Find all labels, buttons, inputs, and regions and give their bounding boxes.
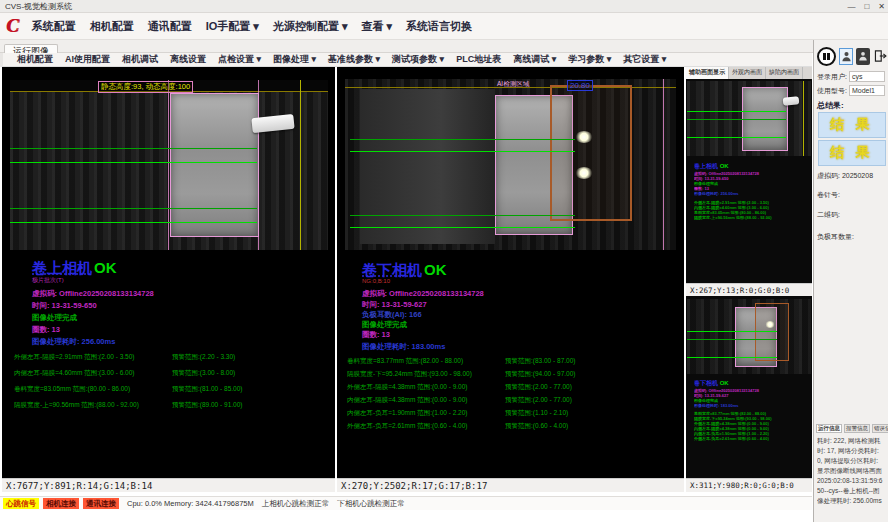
warn-range: 预警范围:(81.00 - 85.00) — [172, 385, 242, 394]
menu-light-config[interactable]: 光源控制配置 ▾ — [266, 19, 355, 34]
pink-guide-left — [168, 80, 169, 250]
login-user-row: 登录用户: cys — [817, 71, 887, 82]
upper-camera-image[interactable]: 静态高度:93, 动态高度:100 — [10, 80, 328, 250]
lower-measurements: 卷料宽度=83.77mm 范围:(82.00 - 88.00)预警范围:(83.… — [347, 357, 682, 435]
measure-line — [687, 137, 786, 138]
virtual-code-line: 虚拟码: Offline20250208133134728 — [362, 289, 484, 299]
status-bar: 心跳信号 相机连接 通讯连接 Cpu: 0.0% Memory: 3424.41… — [0, 496, 812, 510]
info-tab-run[interactable]: 运行信息 — [816, 424, 842, 433]
title-bar: CVS-视觉检测系统 — □ ✕ — [0, 0, 888, 13]
winding-pin-label: 卷针号: — [817, 190, 840, 200]
yellow-ruler-line — [803, 81, 804, 156]
time-line: 时间: 13-31-59-650 — [32, 301, 97, 311]
thumb2-result-text: 卷下相机 OK 虚拟码: Offline20250208133134728 时间… — [694, 379, 809, 474]
thumb-tab-aux[interactable]: 辅助画面显示 — [686, 67, 729, 79]
upper-measurements: 外侧左耳-隔膜=2.91mm 范围:(2.00 - 3.50)预警范围:(2.2… — [14, 353, 332, 417]
measure-value: 隔膜宽度-上=90.56mm 范围:(88.00 - 92.00) — [14, 401, 139, 410]
tool-offline-debug[interactable]: 离线调试 ▾ — [507, 53, 562, 66]
tool-image-process[interactable]: 图像处理 ▾ — [267, 53, 322, 66]
image-texture — [10, 80, 328, 250]
measure-line — [687, 119, 786, 120]
toolbar: 相机配置 AI使用配置 相机调试 离线设置 点检设置 ▾ 图像处理 ▾ 基准线参… — [0, 53, 812, 67]
info-tab-alarm[interactable]: 报警信息 — [844, 424, 870, 433]
tool-offline-settings[interactable]: 离线设置 — [164, 53, 212, 66]
thumb1-image[interactable] — [687, 81, 811, 156]
model-label: 使用型号: — [817, 86, 847, 96]
ai-region-label: AI检测区域 — [497, 80, 529, 89]
menu-comm-config[interactable]: 通讯配置 — [141, 19, 199, 34]
app-logo-icon: C — [6, 16, 19, 36]
elapsed-line: 图像处理耗时: 183.00ms — [362, 342, 445, 352]
result-box-lower: 结 果 — [818, 140, 886, 166]
menu-system-config[interactable]: 系统配置 — [25, 19, 83, 34]
yellow-ruler-line — [300, 80, 301, 250]
tool-other-settings[interactable]: 其它设置 ▾ — [617, 53, 672, 66]
measure-value: 外侧左耳-负耳=2.61mm 范围:(0.60 - 4.00) — [347, 422, 467, 431]
warn-range: 预警范围:(83.00 - 87.00) — [505, 357, 575, 366]
close-button[interactable]: ✕ — [878, 0, 885, 13]
thumb1-result-text: 卷上相机 OK 虚拟码: Offline20250208133134728 时间… — [694, 162, 809, 280]
camera-connect-badge: 相机连接 — [43, 498, 79, 509]
minimize-button[interactable]: — — [847, 0, 855, 13]
pink-guide-right — [663, 79, 664, 250]
user-login-icon[interactable] — [839, 48, 853, 65]
tool-spot-check[interactable]: 点检设置 ▾ — [212, 53, 267, 66]
measure-value: 卷料宽度=83.05mm 范围:(80.00 - 86.00) — [14, 385, 130, 394]
measure-row: 外侧左耳-负耳=2.61mm 范围:(0.60 - 4.00)预警范围:(0.6… — [347, 422, 682, 435]
measure-line — [687, 111, 786, 112]
warn-range: 预警范围:(89.00 - 91.00) — [172, 401, 242, 410]
maximize-button[interactable]: □ — [864, 0, 869, 13]
model-field[interactable]: Model1 — [849, 85, 885, 96]
electrode-part — [170, 93, 259, 237]
ai-detect-rect — [755, 303, 789, 361]
thumbnail-column: 辅助画面显示 外观内画面 缺陷内画面 卷上相机 OK 虚拟码: Offline2… — [686, 67, 812, 478]
mini-title: 卷下相机 OK — [694, 379, 809, 388]
glow-spot — [575, 131, 593, 143]
tool-learn-params[interactable]: 学习参数 ▾ — [562, 53, 617, 66]
measure-line — [687, 357, 777, 358]
measure-line — [350, 139, 575, 140]
tool-plc-address[interactable]: PLC地址表 — [450, 53, 507, 66]
lower-camera-image[interactable]: AI检测区域 20.80 — [345, 79, 676, 250]
virtual-code-line: 虚拟码: Offline20250208133134728 — [32, 289, 154, 299]
turns-line: 圈数: 13 — [362, 330, 390, 340]
tool-camera-debug[interactable]: 相机调试 — [116, 53, 164, 66]
thumb-tab-appearance[interactable]: 外观内画面 — [729, 67, 766, 79]
measure-value: 内侧左耳-负耳=1.90mm 范围:(1.00 - 2.20) — [347, 409, 467, 418]
menu-io-config[interactable]: IO手配置 ▾ — [199, 19, 266, 34]
process-done-line: 图像处理完成 — [362, 320, 407, 330]
lower-camera-panel: AI检测区域 20.80 卷下相机OK NG:0,B:10 虚拟码: Offli… — [337, 67, 684, 478]
tab-count-line: 负极耳数(AI): 166 — [362, 310, 422, 320]
menu-camera-config[interactable]: 相机配置 — [83, 19, 141, 34]
tool-test-params[interactable]: 测试项参数 ▾ — [386, 53, 450, 66]
upper-result-subtitle: 极片批次(T) — [32, 276, 64, 285]
user-switch-icon[interactable] — [856, 48, 870, 65]
app-window: CVS-视觉检测系统 — □ ✕ C 系统配置 相机配置 通讯配置 IO手配置 … — [0, 0, 888, 522]
glow-spot — [765, 321, 775, 328]
measure-value: 隔膜宽度-下=95.24mm 范围:(93.00 - 98.00) — [347, 370, 472, 379]
machine-structure — [360, 89, 495, 244]
info-tab-error[interactable]: 错误信息 — [872, 424, 888, 433]
menu-view[interactable]: 查看 ▾ — [354, 19, 399, 34]
mini-measure: 隔膜宽度-上=90.56mm 范围:(88.00 - 92.00) — [694, 215, 809, 220]
time-line: 时间: 13-31-59-627 — [362, 300, 427, 310]
thumb2-image[interactable] — [687, 299, 811, 374]
measure-row: 外侧左耳-隔膜=2.91mm 范围:(2.00 - 3.50)预警范围:(2.2… — [14, 353, 332, 369]
camera-name: 卷上相机 — [32, 259, 92, 276]
lower-camera-coord-bar: X:270;Y:2502;R:17;G:17;B:17 — [337, 478, 684, 492]
tool-ai-config[interactable]: AI使用配置 — [59, 53, 116, 66]
exit-icon[interactable] — [873, 48, 887, 65]
measure-value: 内侧左耳-隔膜=4.38mm 范围:(0.00 - 9.00) — [347, 396, 467, 405]
warn-range: 预警范围:(3.00 - 8.00) — [172, 369, 235, 378]
measure-row: 内侧左耳-隔膜=4.60mm 范围:(3.00 - 6.00)预警范围:(3.0… — [14, 369, 332, 385]
tool-camera-config[interactable]: 相机配置 — [11, 53, 59, 66]
thumb-tab-defect[interactable]: 缺陷内画面 — [766, 67, 803, 79]
menu-language-switch[interactable]: 系统语言切换 — [399, 19, 479, 34]
measure-line — [350, 215, 575, 216]
login-user-field[interactable]: cys — [849, 71, 885, 82]
thumb1-coord-bar: X:267;Y:13;R:0;G:0;B:0 — [686, 283, 812, 296]
height-overlay-label: 静态高度:93, 动态高度:100 — [98, 81, 193, 93]
pause-button[interactable] — [817, 47, 836, 66]
tool-baseline-params[interactable]: 基准线参数 ▾ — [322, 53, 386, 66]
comm-connect-badge: 通讯连接 — [83, 498, 119, 509]
